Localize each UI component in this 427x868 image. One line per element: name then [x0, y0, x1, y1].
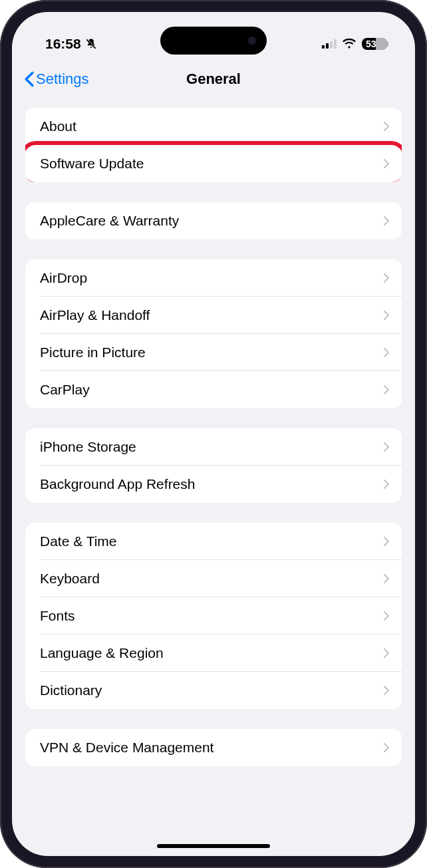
battery-level: 53	[366, 39, 376, 49]
row-fonts[interactable]: Fonts	[25, 597, 402, 635]
battery-tip	[387, 41, 388, 47]
chevron-right-icon	[383, 611, 390, 621]
row-pip[interactable]: Picture in Picture	[25, 334, 402, 371]
row-label: iPhone Storage	[40, 439, 136, 455]
row-label: About	[40, 118, 76, 134]
cellular-signal-icon	[322, 39, 337, 49]
row-carplay[interactable]: CarPlay	[25, 371, 402, 408]
row-language-region[interactable]: Language & Region	[25, 635, 402, 672]
row-storage[interactable]: iPhone Storage	[25, 428, 402, 466]
chevron-right-icon	[383, 384, 390, 395]
row-label: Fonts	[40, 608, 75, 624]
row-about[interactable]: About	[25, 108, 402, 145]
row-label: Language & Region	[40, 645, 164, 661]
silent-mode-icon	[85, 37, 97, 51]
row-label: Keyboard	[40, 571, 100, 587]
settings-list[interactable]: AboutSoftware UpdateAppleCare & Warranty…	[12, 101, 415, 844]
row-label: CarPlay	[40, 382, 90, 398]
row-label: Software Update	[40, 156, 144, 172]
settings-group: AppleCare & Warranty	[25, 202, 402, 239]
back-label: Settings	[36, 71, 89, 88]
row-dictionary[interactable]: Dictionary	[25, 672, 402, 709]
chevron-right-icon	[383, 742, 390, 753]
status-time: 16:58	[45, 36, 81, 52]
highlight-annotation: Software Update	[25, 145, 402, 182]
settings-group: AboutSoftware Update	[25, 108, 402, 182]
battery-icon: 53	[362, 38, 387, 50]
chevron-right-icon	[383, 158, 390, 169]
row-label: AppleCare & Warranty	[40, 213, 179, 229]
chevron-right-icon	[383, 273, 390, 283]
chevron-right-icon	[383, 536, 390, 547]
row-software-update[interactable]: Software Update	[25, 145, 402, 182]
row-label: Dictionary	[40, 682, 102, 698]
navigation-bar: Settings General	[12, 60, 415, 101]
screen: 16:58 53	[12, 12, 415, 856]
chevron-right-icon	[383, 573, 390, 584]
row-bg-refresh[interactable]: Background App Refresh	[25, 466, 402, 503]
chevron-right-icon	[383, 347, 390, 358]
row-label: VPN & Device Management	[40, 740, 214, 756]
wifi-icon	[342, 39, 356, 49]
settings-group: Date & TimeKeyboardFontsLanguage & Regio…	[25, 523, 402, 709]
row-vpn-device[interactable]: VPN & Device Management	[25, 729, 402, 766]
row-airplay[interactable]: AirPlay & Handoff	[25, 297, 402, 334]
row-airdrop[interactable]: AirDrop	[25, 259, 402, 297]
row-label: Background App Refresh	[40, 476, 195, 492]
chevron-right-icon	[383, 648, 390, 658]
iphone-frame: 16:58 53	[0, 0, 427, 868]
row-keyboard[interactable]: Keyboard	[25, 560, 402, 597]
row-date-time[interactable]: Date & Time	[25, 523, 402, 560]
row-label: Picture in Picture	[40, 345, 146, 361]
chevron-right-icon	[383, 479, 390, 490]
back-button[interactable]: Settings	[24, 71, 89, 88]
chevron-right-icon	[383, 442, 390, 452]
chevron-right-icon	[383, 121, 390, 132]
chevron-right-icon	[383, 310, 390, 321]
chevron-right-icon	[383, 216, 390, 226]
chevron-left-icon	[24, 71, 35, 87]
home-indicator[interactable]	[157, 844, 270, 848]
dynamic-island	[160, 27, 267, 55]
settings-group: AirDropAirPlay & HandoffPicture in Pictu…	[25, 259, 402, 408]
row-applecare[interactable]: AppleCare & Warranty	[25, 202, 402, 239]
row-label: Date & Time	[40, 533, 117, 549]
row-label: AirDrop	[40, 270, 87, 286]
row-label: AirPlay & Handoff	[40, 307, 150, 323]
chevron-right-icon	[383, 685, 390, 696]
settings-group: iPhone StorageBackground App Refresh	[25, 428, 402, 503]
settings-group: VPN & Device Management	[25, 729, 402, 766]
nav-title: General	[186, 71, 241, 88]
